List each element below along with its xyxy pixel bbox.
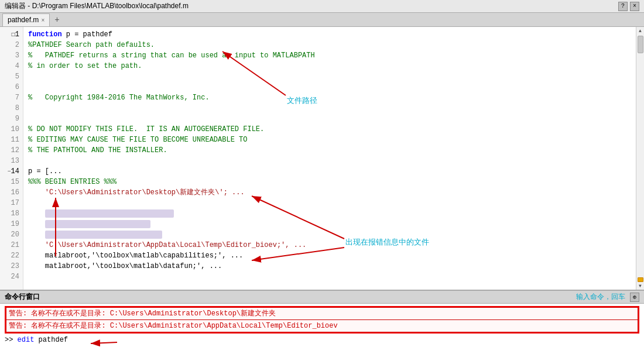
code-line-17 (28, 198, 631, 208)
scroll-up-arrow[interactable]: ▲ (639, 28, 642, 33)
cmd-window-title: 命令行窗口 (5, 292, 40, 302)
warning-line-2: 警告: 名称不存在或不是目录: C:\Users\Administrator\A… (6, 320, 638, 332)
scroll-thumb[interactable] (638, 36, 643, 53)
title-bar: 编辑器 - D:\Program Files\MATLAB\toolbox\lo… (0, 0, 644, 13)
line-num-18: 18 (0, 208, 23, 219)
code-line-4: % in order to set the path. (28, 61, 631, 71)
line-num-9: 9 (0, 114, 23, 124)
code-line-5 (28, 71, 631, 82)
code-line-13 (28, 156, 631, 166)
line-num-14: −14 (0, 166, 23, 177)
line-num-24: 24 (0, 271, 23, 282)
code-line-8 (28, 103, 631, 114)
cmd-content-area[interactable]: 警告: 名称不存在或不是目录: C:\Users\Administrator\D… (0, 304, 644, 354)
code-line-9 (28, 114, 631, 124)
cmd-expand-button[interactable]: ⊕ (630, 293, 639, 302)
scroll-thumb-bottom[interactable] (638, 277, 643, 282)
code-line-2: %PATHDEF Search path defaults. (28, 40, 631, 50)
close-button[interactable]: × (630, 2, 639, 11)
tab-bar: pathdef.m × + (0, 13, 644, 27)
warning-line-1: 警告: 名称不存在或不是目录: C:\Users\Administrator\D… (6, 307, 638, 320)
code-line-18 (28, 208, 631, 219)
cmd-title-bar: 命令行窗口 输入命令，回车 ⊕ (0, 291, 644, 304)
editor-scrollbar[interactable]: ▲ ▼ (636, 27, 644, 290)
line-num-8: 8 (0, 103, 23, 114)
line-num-3: 3 (0, 50, 23, 61)
line-num-23: 23 (0, 261, 23, 271)
line-num-17: 17 (0, 198, 23, 208)
code-line-1: function p = pathdef (28, 29, 631, 40)
line-num-16: 16 (0, 187, 23, 198)
code-line-12: % THE PATHTOOL AND THE INSTALLER. (28, 145, 631, 156)
editor-area[interactable]: □1 2 3 4 5 6 7 8 9 10 11 12 13 −14 15 16… (0, 27, 644, 290)
scroll-down-arrow[interactable]: ▼ (639, 283, 642, 288)
code-line-3: % PATHDEF returns a string that can be u… (28, 50, 631, 61)
line-num-4: 4 (0, 61, 23, 71)
tab-close-icon[interactable]: × (41, 17, 44, 23)
tab-label: pathdef.m (8, 16, 39, 24)
code-line-23: matlabroot,'\toolbox\matlab\datafun;', .… (28, 261, 631, 271)
code-line-15: %%% BEGIN ENTRIES %%% (28, 177, 631, 187)
line-num-21: 21 (0, 240, 23, 250)
window-controls: ? × (618, 2, 639, 11)
line-num-5: 5 (0, 71, 23, 82)
code-line-14: p = [... (28, 166, 631, 177)
code-line-20 (28, 229, 631, 240)
tab-pathdef[interactable]: pathdef.m × (2, 13, 50, 26)
code-line-24 (28, 271, 631, 282)
line-numbers: □1 2 3 4 5 6 7 8 9 10 11 12 13 −14 15 16… (0, 27, 23, 290)
line-num-19: 19 (0, 219, 23, 229)
line-num-10: 10 (0, 124, 23, 135)
warning-box: 警告: 名称不存在或不是目录: C:\Users\Administrator\D… (5, 306, 639, 334)
code-line-10: % DO NOT MODIFY THIS FILE. IT IS AN AUTO… (28, 124, 631, 135)
tab-add-button[interactable]: + (52, 15, 61, 25)
line-num-20: 20 (0, 229, 23, 240)
command-window: 命令行窗口 输入命令，回车 ⊕ 警告: 名称不存在或不是目录: C:\Users… (0, 290, 644, 354)
cmd-prompt-line: >> edit pathdef (5, 334, 639, 346)
code-line-22: matlabroot,'\toolbox\matlab\capabilities… (28, 250, 631, 261)
code-line-21: 'C:\Users\Administrator\AppData\Local\Te… (28, 240, 631, 250)
line-num-12: 12 (0, 145, 23, 156)
line-num-15: 15 (0, 177, 23, 187)
line-num-13: 13 (0, 156, 23, 166)
code-line-11: % EDITING MAY CAUSE THE FILE TO BECOME U… (28, 135, 631, 145)
line-num-7: 7 (0, 92, 23, 103)
code-line-16: 'C:\Users\Administrator\Desktop\新建文件夹\';… (28, 187, 631, 198)
code-line-7: % Copyright 1984-2016 The MathWorks, Inc… (28, 92, 631, 103)
line-num-11: 11 (0, 135, 23, 145)
window-title: 编辑器 - D:\Program Files\MATLAB\toolbox\lo… (5, 1, 189, 11)
line-num-22: 22 (0, 250, 23, 261)
code-line-6 (28, 82, 631, 92)
code-content[interactable]: function p = pathdef %PATHDEF Search pat… (23, 27, 636, 290)
line-num-2: 2 (0, 40, 23, 50)
line-num-1: □1 (0, 29, 23, 40)
code-line-19 (28, 219, 631, 229)
help-button[interactable]: ? (618, 2, 628, 11)
input-cmd-label: 输入命令，回车 (576, 292, 625, 302)
line-num-6: 6 (0, 82, 23, 92)
main-container: pathdef.m × + □1 2 3 4 5 6 7 8 9 10 11 1… (0, 13, 644, 354)
